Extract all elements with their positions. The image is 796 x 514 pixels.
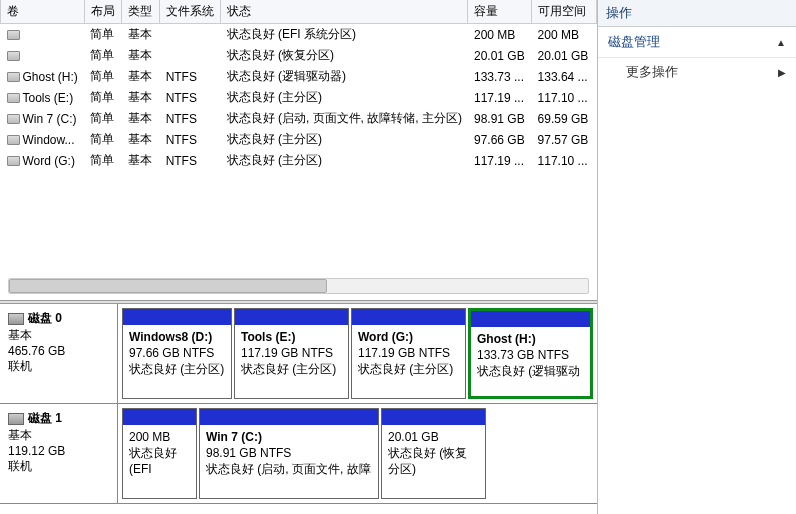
- cell-layout: 简单: [84, 129, 122, 150]
- partition-bar: [200, 409, 378, 425]
- cell-volume: Ghost (H:): [1, 66, 85, 87]
- volume-table[interactable]: 卷 布局 类型 文件系统 状态 容量 可用空间 简单基本状态良好 (EFI 系统…: [0, 0, 597, 171]
- cell-type: 基本: [122, 24, 160, 46]
- volume-icon: [7, 114, 20, 124]
- partition-text: 200 MB状态良好 (EFI: [123, 425, 196, 482]
- cell-capacity: 98.91 GB: [468, 108, 532, 129]
- partition-vol: Windows8 (D:): [129, 329, 225, 345]
- chevron-right-icon: ▶: [778, 67, 786, 78]
- partition[interactable]: Word (G:)117.19 GB NTFS状态良好 (主分区): [351, 308, 466, 399]
- table-row[interactable]: Word (G:)简单基本NTFS状态良好 (主分区)117.19 ...117…: [1, 150, 597, 171]
- actions-header: 操作: [598, 0, 796, 27]
- cell-volume: Word (G:): [1, 150, 85, 171]
- cell-volume: Window...: [1, 129, 85, 150]
- cell-type: 基本: [122, 87, 160, 108]
- disk1-partitions: 200 MB状态良好 (EFIWin 7 (C:)98.91 GB NTFS状态…: [118, 404, 597, 503]
- disk-icon: [8, 313, 24, 325]
- volume-icon: [7, 93, 20, 103]
- partition-vol: Tools (E:): [241, 329, 342, 345]
- table-row[interactable]: 简单基本状态良好 (恢复分区)20.01 GB20.01 GB: [1, 45, 597, 66]
- collapse-icon: ▲: [776, 37, 786, 48]
- col-status[interactable]: 状态: [221, 0, 468, 24]
- partition-stat: 状态良好 (逻辑驱动: [477, 363, 584, 379]
- partition-bar: [352, 309, 465, 325]
- partition-stat: 状态良好 (主分区): [241, 361, 342, 377]
- actions-more[interactable]: 更多操作 ▶: [598, 58, 796, 86]
- cell-fs: NTFS: [160, 66, 221, 87]
- table-row[interactable]: 简单基本状态良好 (EFI 系统分区)200 MB200 MB: [1, 24, 597, 46]
- partition-cap: 117.19 GB NTFS: [358, 345, 459, 361]
- cell-layout: 简单: [84, 45, 122, 66]
- table-row[interactable]: Window...简单基本NTFS状态良好 (主分区)97.66 GB97.57…: [1, 129, 597, 150]
- col-free[interactable]: 可用空间: [532, 0, 597, 24]
- cell-status: 状态良好 (逻辑驱动器): [221, 66, 468, 87]
- disk1-info[interactable]: 磁盘 1 基本 119.12 GB 联机: [0, 404, 118, 503]
- disk0-size: 465.76 GB: [8, 344, 65, 358]
- cell-capacity: 117.19 ...: [468, 87, 532, 108]
- partition[interactable]: Win 7 (C:)98.91 GB NTFS状态良好 (启动, 页面文件, 故…: [199, 408, 379, 499]
- actions-panel: 操作 磁盘管理 ▲ 更多操作 ▶: [598, 0, 796, 514]
- disk0-partitions: Windows8 (D:)97.66 GB NTFS状态良好 (主分区)Tool…: [118, 304, 597, 403]
- cell-free: 133.64 ...: [532, 66, 597, 87]
- partition-text: 20.01 GB状态良好 (恢复分区): [382, 425, 485, 482]
- partition-cap: 20.01 GB: [388, 429, 479, 445]
- cell-layout: 简单: [84, 87, 122, 108]
- partition-bar: [471, 311, 590, 327]
- partition-cap: 117.19 GB NTFS: [241, 345, 342, 361]
- disk1-size: 119.12 GB: [8, 444, 65, 458]
- partition[interactable]: Ghost (H:)133.73 GB NTFS状态良好 (逻辑驱动: [468, 308, 593, 399]
- cell-fs: NTFS: [160, 87, 221, 108]
- cell-type: 基本: [122, 66, 160, 87]
- partition[interactable]: 20.01 GB状态良好 (恢复分区): [381, 408, 486, 499]
- scrollbar-thumb[interactable]: [9, 279, 327, 293]
- partition-vol: Win 7 (C:): [206, 429, 372, 445]
- cell-capacity: 133.73 ...: [468, 66, 532, 87]
- col-type[interactable]: 类型: [122, 0, 160, 24]
- cell-free: 117.10 ...: [532, 150, 597, 171]
- cell-type: 基本: [122, 45, 160, 66]
- partition-stat: 状态良好 (主分区): [358, 361, 459, 377]
- disk0-info[interactable]: 磁盘 0 基本 465.76 GB 联机: [0, 304, 118, 403]
- disk1-type: 基本: [8, 428, 32, 442]
- volume-icon: [7, 156, 20, 166]
- horizontal-scrollbar[interactable]: [8, 278, 589, 294]
- volume-icon: [7, 72, 20, 82]
- table-row[interactable]: Tools (E:)简单基本NTFS状态良好 (主分区)117.19 ...11…: [1, 87, 597, 108]
- partition-text: Win 7 (C:)98.91 GB NTFS状态良好 (启动, 页面文件, 故…: [200, 425, 378, 482]
- cell-layout: 简单: [84, 24, 122, 46]
- partition-stat: 状态良好 (启动, 页面文件, 故障: [206, 461, 372, 477]
- actions-more-label: 更多操作: [626, 63, 678, 81]
- table-row[interactable]: Win 7 (C:)简单基本NTFS状态良好 (启动, 页面文件, 故障转储, …: [1, 108, 597, 129]
- cell-status: 状态良好 (主分区): [221, 129, 468, 150]
- partition[interactable]: 200 MB状态良好 (EFI: [122, 408, 197, 499]
- col-volume[interactable]: 卷: [1, 0, 85, 24]
- partition-bar: [235, 309, 348, 325]
- volume-table-wrap: 卷 布局 类型 文件系统 状态 容量 可用空间 简单基本状态良好 (EFI 系统…: [0, 0, 597, 300]
- cell-free: 97.57 GB: [532, 129, 597, 150]
- table-header-row: 卷 布局 类型 文件系统 状态 容量 可用空间: [1, 0, 597, 24]
- main-area: 卷 布局 类型 文件系统 状态 容量 可用空间 简单基本状态良好 (EFI 系统…: [0, 0, 598, 514]
- disk-row-0: 磁盘 0 基本 465.76 GB 联机 Windows8 (D:)97.66 …: [0, 304, 597, 404]
- cell-free: 20.01 GB: [532, 45, 597, 66]
- col-layout[interactable]: 布局: [84, 0, 122, 24]
- col-capacity[interactable]: 容量: [468, 0, 532, 24]
- cell-capacity: 117.19 ...: [468, 150, 532, 171]
- actions-section-disk-mgmt[interactable]: 磁盘管理 ▲: [598, 27, 796, 58]
- partition[interactable]: Windows8 (D:)97.66 GB NTFS状态良好 (主分区): [122, 308, 232, 399]
- partition[interactable]: Tools (E:)117.19 GB NTFS状态良好 (主分区): [234, 308, 349, 399]
- table-row[interactable]: Ghost (H:)简单基本NTFS状态良好 (逻辑驱动器)133.73 ...…: [1, 66, 597, 87]
- disk1-name: 磁盘 1: [28, 411, 62, 425]
- cell-capacity: 20.01 GB: [468, 45, 532, 66]
- cell-fs: NTFS: [160, 129, 221, 150]
- cell-volume: [1, 24, 85, 46]
- partition-text: Word (G:)117.19 GB NTFS状态良好 (主分区): [352, 325, 465, 382]
- cell-status: 状态良好 (EFI 系统分区): [221, 24, 468, 46]
- cell-capacity: 97.66 GB: [468, 129, 532, 150]
- cell-status: 状态良好 (主分区): [221, 87, 468, 108]
- cell-type: 基本: [122, 108, 160, 129]
- disk-map-area: 磁盘 0 基本 465.76 GB 联机 Windows8 (D:)97.66 …: [0, 304, 597, 514]
- cell-volume: Win 7 (C:): [1, 108, 85, 129]
- col-fs[interactable]: 文件系统: [160, 0, 221, 24]
- disk0-type: 基本: [8, 328, 32, 342]
- disk-row-1: 磁盘 1 基本 119.12 GB 联机 200 MB状态良好 (EFIWin …: [0, 404, 597, 504]
